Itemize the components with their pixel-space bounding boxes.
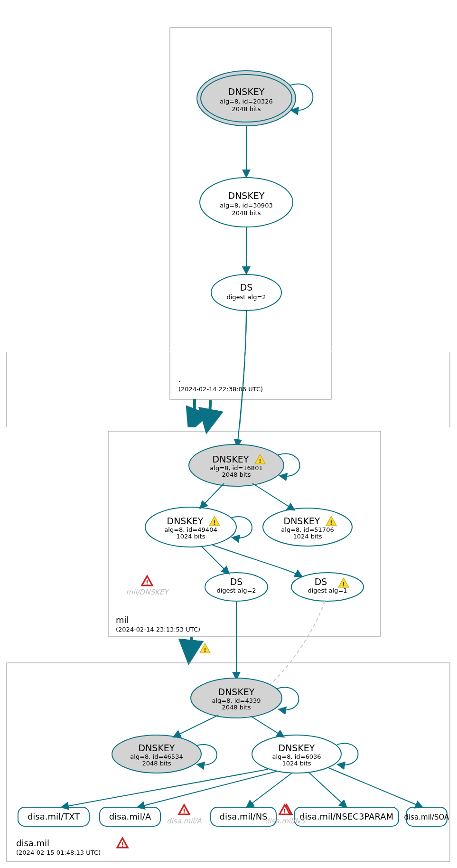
- zone-disa-label: disa.mil: [16, 835, 49, 845]
- node-mil-ksk[interactable]: DNSKEY alg=8, id=16801 2048 bits: [189, 444, 284, 486]
- svg-text:1024 bits: 1024 bits: [282, 760, 311, 767]
- svg-text:digest alg=2: digest alg=2: [226, 293, 266, 301]
- rr-a[interactable]: disa.mil/A: [100, 807, 160, 826]
- svg-text:1024 bits: 1024 bits: [286, 603, 315, 610]
- svg-text:DNSKEY: DNSKEY: [167, 516, 204, 526]
- svg-text:2048 bits: 2048 bits: [232, 105, 261, 113]
- svg-text:DNSKEY: DNSKEY: [228, 190, 265, 201]
- svg-text:1024 bits: 1024 bits: [177, 533, 205, 540]
- svg-text:alg=8, id=16801: alg=8, id=16801: [205, 499, 258, 506]
- svg-text:digest alg=1: digest alg=1: [308, 587, 347, 594]
- rr-nsec3param[interactable]: disa.mil/NSEC3PARAM: [294, 807, 399, 826]
- svg-text:digest alg=2: digest alg=2: [216, 587, 256, 594]
- svg-text:disa.mil/A: disa.mil/A: [109, 811, 151, 821]
- node-disa-zsk[interactable]: DNSKEY alg=8, id=6036 1024 bits: [252, 735, 341, 773]
- svg-text:alg=8, id=16801: alg=8, id=16801: [210, 464, 262, 472]
- svg-text:DNSKEY: DNSKEY: [279, 743, 315, 753]
- node-disa-ksk-46534[interactable]: DNSKEY alg=8, id=46534 2048 bits: [112, 735, 201, 773]
- svg-text:alg=8, id=20326: alg=8, id=20326: [220, 98, 272, 105]
- svg-text:2048 bits: 2048 bits: [222, 704, 251, 711]
- rr-soa[interactable]: disa.mil/SOA: [404, 807, 450, 826]
- node-mil-ds-alg1[interactable]: DS digest alg=1: [291, 573, 364, 601]
- delegation-mil-disa: [189, 589, 190, 623]
- node-root-zsk[interactable]: DNSKEY alg=8, id=30903 2048 bits: [200, 178, 293, 227]
- svg-point-11: [211, 274, 281, 311]
- zone-root-label: .: [178, 374, 181, 384]
- node-mil-zsk-51706[interactable]: DNSKEY alg=8, id=51706 1024 bits: [263, 508, 352, 546]
- svg-text:2048 bits: 2048 bits: [222, 471, 251, 478]
- error-icon: [139, 677, 149, 687]
- svg-text:DS: DS: [230, 576, 243, 587]
- warning-icon: [117, 836, 128, 846]
- svg-text:DNSKEY: DNSKEY: [213, 454, 249, 464]
- node-root-ds[interactable]: DS digest alg=2: [211, 274, 281, 311]
- edge: [204, 617, 304, 674]
- svg-text:2048 bits: 2048 bits: [232, 209, 261, 217]
- node-mil-ds-alg1[interactable]: DS digest alg=1: [290, 672, 368, 706]
- zone-root-ts: (2024-02-14 22:38:06 UTC): [178, 386, 263, 393]
- faded-mil-dnskey: mil/DNSKEY: [123, 690, 167, 699]
- svg-text:alg=8, id=49404: alg=8, id=49404: [164, 526, 217, 533]
- svg-text:alg=8, id=46534: alg=8, id=46534: [130, 753, 183, 760]
- rr-txt[interactable]: disa.mil/TXT: [18, 807, 89, 826]
- svg-text:DS: DS: [315, 679, 328, 689]
- svg-text:digest alg=1: digest alg=1: [309, 690, 348, 697]
- svg-text:disa.mil/SOA: disa.mil/SOA: [404, 813, 450, 821]
- delegation-root-mil: [190, 399, 195, 430]
- svg-text:alg=8, id=30903: alg=8, id=30903: [220, 202, 272, 209]
- zone-disa-box: [7, 350, 450, 868]
- dnssec-diagram: ! ! . (2024-02-14 22:38:06 UTC) mil (202…: [0, 0, 457, 868]
- node-mil-zsk-49404[interactable]: DNSKEY alg=8, id=49404 1024 bits: [145, 507, 236, 547]
- zone-disa-ts: (2024-02-15 01:48:13 UTC): [16, 847, 101, 854]
- svg-text:disa.mil/NS: disa.mil/NS: [219, 811, 267, 821]
- svg-text:DS: DS: [240, 282, 253, 292]
- node-mil-ds-alg2[interactable]: DS digest alg=2: [205, 573, 268, 601]
- zone-mil-label: mil: [102, 770, 115, 780]
- svg-text:alg=8, id=49404: alg=8, id=49404: [157, 595, 210, 602]
- svg-text:alg=8, id=6036: alg=8, id=6036: [272, 753, 321, 760]
- svg-text:DS: DS: [315, 576, 327, 587]
- svg-point-29: [290, 672, 368, 706]
- svg-text:DNSKEY: DNSKEY: [284, 516, 320, 526]
- svg-text:2048 bits: 2048 bits: [142, 760, 171, 767]
- svg-text:1024 bits: 1024 bits: [169, 603, 198, 610]
- svg-text:disa.mil/TXT: disa.mil/TXT: [28, 811, 80, 821]
- svg-text:alg=8, id=51706: alg=8, id=51706: [281, 526, 334, 533]
- svg-text:DNSKEY: DNSKEY: [208, 487, 244, 498]
- svg-text:1024 bits: 1024 bits: [293, 533, 322, 540]
- svg-text:DNSKEY: DNSKEY: [218, 687, 255, 697]
- svg-text:alg=8, id=4339: alg=8, id=4339: [212, 697, 261, 704]
- zone-mil-ts: (2024-02-14 23:13:53 UTC): [102, 782, 186, 789]
- rr-ns[interactable]: disa.mil/NS: [211, 807, 276, 826]
- node-root-ksk[interactable]: DNSKEY alg=8, id=20326 2048 bits: [197, 71, 296, 126]
- svg-text:DNSKEY: DNSKEY: [228, 86, 265, 97]
- node-disa-ksk[interactable]: DNSKEY alg=8, id=4339 2048 bits: [191, 678, 282, 718]
- svg-text:disa.mil/NSEC3PARAM: disa.mil/NSEC3PARAM: [299, 811, 393, 821]
- svg-text:DNSKEY: DNSKEY: [139, 743, 175, 753]
